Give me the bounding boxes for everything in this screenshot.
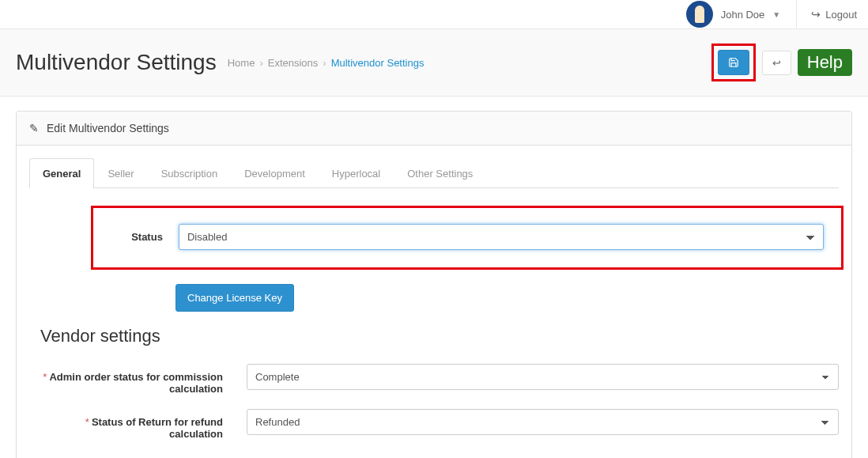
back-icon: ↩ bbox=[772, 58, 781, 68]
tab-development[interactable]: Development bbox=[231, 158, 319, 188]
panel-body: General Seller Subscription Development … bbox=[17, 146, 851, 458]
page-header: Multivendor Settings Home › Extensions ›… bbox=[0, 29, 868, 96]
help-button[interactable]: Help bbox=[798, 49, 852, 76]
save-button-highlight bbox=[711, 44, 756, 81]
user-name: John Doe bbox=[721, 9, 765, 21]
settings-panel: ✎ Edit Multivendor Settings General Sell… bbox=[16, 111, 852, 458]
panel-heading-text: Edit Multivendor Settings bbox=[47, 122, 169, 134]
tabs: General Seller Subscription Development … bbox=[29, 158, 839, 188]
breadcrumb-separator: › bbox=[323, 57, 326, 69]
back-button[interactable]: ↩ bbox=[762, 51, 791, 75]
return-status-label: *Status of Return for refund calculation bbox=[29, 409, 223, 440]
logout-link[interactable]: ↪ Logout bbox=[796, 0, 857, 28]
avatar bbox=[686, 1, 713, 28]
spacer bbox=[29, 284, 160, 291]
tab-seller[interactable]: Seller bbox=[94, 158, 147, 188]
vendor-settings-heading: Vendor settings bbox=[40, 326, 839, 346]
caret-down-icon: ▼ bbox=[772, 10, 780, 19]
admin-order-status-select[interactable]: Complete bbox=[247, 364, 839, 390]
admin-order-status-row: *Admin order status for commission calcu… bbox=[29, 364, 839, 395]
save-button[interactable] bbox=[718, 50, 749, 75]
panel-heading: ✎ Edit Multivendor Settings bbox=[17, 112, 851, 146]
user-menu[interactable]: John Doe ▼ bbox=[686, 1, 781, 28]
tab-hyperlocal[interactable]: Hyperlocal bbox=[319, 158, 394, 188]
user-area: John Doe ▼ ↪ Logout bbox=[686, 0, 857, 28]
admin-order-status-label: *Admin order status for commission calcu… bbox=[29, 364, 223, 395]
breadcrumb-current[interactable]: Multivendor Settings bbox=[331, 57, 425, 69]
tab-general[interactable]: General bbox=[29, 158, 94, 188]
status-row-highlight: Status Disabled bbox=[91, 206, 843, 270]
status-label: Status bbox=[111, 231, 163, 243]
breadcrumb-separator: › bbox=[259, 57, 262, 69]
license-row: Change License Key bbox=[29, 284, 839, 312]
save-icon bbox=[728, 57, 739, 68]
action-buttons: ↩ Help bbox=[711, 44, 852, 81]
logout-label: Logout bbox=[825, 9, 857, 21]
page-header-wrap: Multivendor Settings Home › Extensions ›… bbox=[0, 29, 868, 97]
edit-icon: ✎ bbox=[29, 122, 39, 134]
tab-subscription[interactable]: Subscription bbox=[148, 158, 232, 188]
breadcrumb-home[interactable]: Home bbox=[228, 57, 255, 69]
breadcrumb: Home › Extensions › Multivendor Settings bbox=[228, 57, 425, 69]
breadcrumb-extensions[interactable]: Extensions bbox=[268, 57, 319, 69]
logout-icon: ↪ bbox=[811, 8, 821, 21]
return-status-row: *Status of Return for refund calculation… bbox=[29, 409, 839, 440]
return-status-select[interactable]: Refunded bbox=[247, 409, 839, 435]
change-license-button[interactable]: Change License Key bbox=[175, 284, 294, 312]
page-title: Multivendor Settings bbox=[16, 50, 217, 75]
tab-other-settings[interactable]: Other Settings bbox=[394, 158, 486, 188]
top-bar: John Doe ▼ ↪ Logout bbox=[0, 0, 868, 29]
status-select[interactable]: Disabled bbox=[179, 224, 824, 250]
